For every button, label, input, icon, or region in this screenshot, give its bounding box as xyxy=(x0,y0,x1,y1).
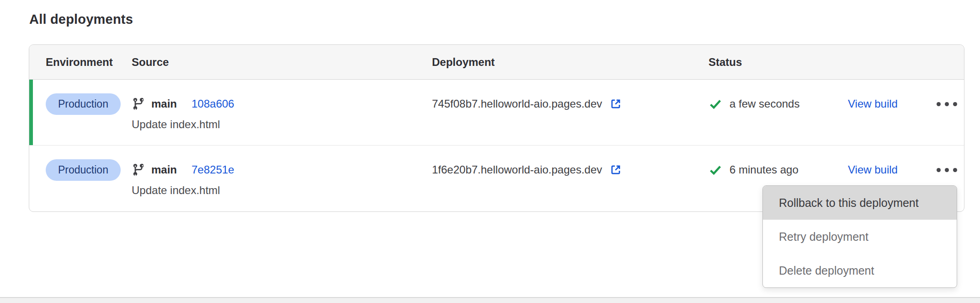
deployment-context-menu: Rollback to this deployment Retry deploy… xyxy=(762,185,957,288)
environment-badge: Production xyxy=(46,93,121,115)
menu-item-rollback[interactable]: Rollback to this deployment xyxy=(763,186,957,220)
commit-link[interactable]: 108a606 xyxy=(192,97,234,110)
check-icon xyxy=(708,163,722,177)
git-branch-icon xyxy=(132,163,145,177)
table-row: Production main 108a606 Update index.htm… xyxy=(29,80,964,146)
header-deployment: Deployment xyxy=(432,56,708,69)
header-status: Status xyxy=(708,56,848,69)
table-header-row: Environment Source Deployment Status xyxy=(29,45,964,80)
menu-item-delete[interactable]: Delete deployment xyxy=(763,254,957,287)
commit-link[interactable]: 7e8251e xyxy=(192,163,234,176)
menu-item-retry[interactable]: Retry deployment xyxy=(763,220,957,254)
branch-name: main xyxy=(151,163,177,176)
page-title: All deployments xyxy=(29,12,133,27)
external-link-icon[interactable] xyxy=(609,97,623,111)
git-branch-icon xyxy=(132,97,145,111)
status-time: 6 minutes ago xyxy=(730,163,799,176)
ellipsis-icon xyxy=(937,168,941,172)
external-link-icon[interactable] xyxy=(609,163,623,177)
ellipsis-icon xyxy=(937,102,941,106)
active-deployment-indicator xyxy=(29,80,33,145)
deployment-menu-button[interactable] xyxy=(935,98,959,110)
check-icon xyxy=(708,97,722,111)
view-build-link[interactable]: View build xyxy=(848,97,898,110)
page-bottom-strip xyxy=(0,298,980,303)
deployment-url: 1f6e20b7.helloworld-aio.pages.dev xyxy=(432,163,602,176)
status-time: a few seconds xyxy=(730,97,799,110)
deployment-menu-button[interactable] xyxy=(935,164,959,176)
view-build-link[interactable]: View build xyxy=(848,163,898,176)
commit-message: Update index.html xyxy=(132,118,432,131)
deployment-url: 745f08b7.helloworld-aio.pages.dev xyxy=(432,97,602,110)
environment-badge: Production xyxy=(46,159,121,181)
branch-name: main xyxy=(151,97,177,110)
commit-message: Update index.html xyxy=(132,184,432,197)
header-environment: Environment xyxy=(46,56,132,69)
header-source: Source xyxy=(132,56,432,69)
